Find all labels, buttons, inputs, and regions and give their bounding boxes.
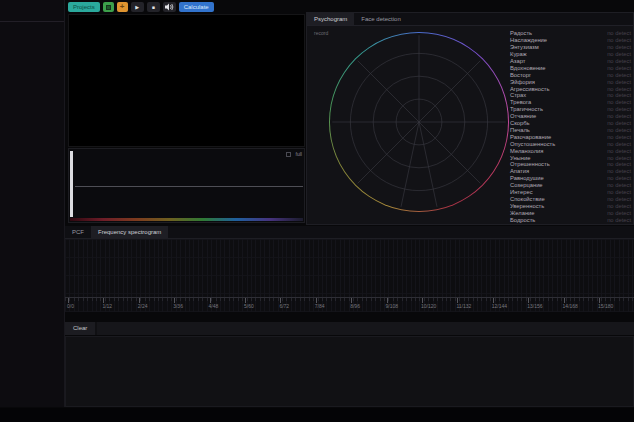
emotion-row: Наслаждениеno detect xyxy=(510,37,631,44)
emotion-row: Куражno detect xyxy=(510,51,631,58)
calculate-button[interactable]: Calculate xyxy=(179,2,214,12)
emotion-name: Восторг xyxy=(510,72,531,78)
emotion-row: Трагичностьno detect xyxy=(510,106,631,113)
time-tick-label: 6/72 xyxy=(279,303,289,309)
tab-frequency-spectrogram[interactable]: Frequency spectrogram xyxy=(91,226,168,238)
emotion-row: Азартno detect xyxy=(510,58,631,65)
sidebar-header xyxy=(0,0,64,22)
projects-button[interactable]: Projects xyxy=(68,2,100,12)
play-button[interactable]: ▶ xyxy=(131,2,144,12)
emotion-value: no detect xyxy=(607,217,631,223)
clear-row: Clear xyxy=(65,322,634,335)
emotion-name: Энтузиазм xyxy=(510,44,539,50)
waveform-midline xyxy=(75,186,303,187)
time-tick-label: 4/48 xyxy=(209,303,219,309)
load-button[interactable] xyxy=(103,2,114,12)
emotion-row: Бодростьno detect xyxy=(510,216,631,223)
emotion-row: Уныниеno detect xyxy=(510,154,631,161)
emotion-value: no detect xyxy=(607,86,631,92)
emotion-value: no detect xyxy=(607,120,631,126)
waveform-panel: full xyxy=(68,148,305,223)
add-button[interactable]: + xyxy=(117,2,128,12)
emotion-list: Радостьno detectНаслаждениеno detectЭнту… xyxy=(510,30,631,223)
emotion-name: Скорбь xyxy=(510,120,530,126)
emotion-value: no detect xyxy=(607,58,631,64)
playhead[interactable] xyxy=(70,151,73,217)
clear-strip xyxy=(97,322,634,335)
emotion-value: no detect xyxy=(607,203,631,209)
taskbar-strip xyxy=(0,408,634,422)
emotion-value: no detect xyxy=(607,92,631,98)
emotion-row: Скорбьno detect xyxy=(510,120,631,127)
emotion-name: Отчаяние xyxy=(510,113,536,119)
time-tick-label: 15/180 xyxy=(598,303,613,309)
emotion-name: Страх xyxy=(510,92,526,98)
emotion-row: Эйфорияno detect xyxy=(510,78,631,85)
clear-button[interactable]: Clear xyxy=(65,322,95,335)
time-tick-label: 12/144 xyxy=(492,303,507,309)
psychogram-panel: Psychogram Face detection record Радость… xyxy=(306,12,634,225)
tab-psychogram[interactable]: Psychogram xyxy=(307,13,354,25)
tab-pcf[interactable]: PCF xyxy=(65,226,91,238)
spectrum-strip xyxy=(70,218,303,221)
emotion-name: Агрессивность xyxy=(510,86,550,92)
psychogram-grid xyxy=(329,32,509,212)
emotion-value: no detect xyxy=(607,168,631,174)
emotion-name: Радость xyxy=(510,30,532,36)
video-preview xyxy=(68,14,305,147)
time-tick-label: 0/0 xyxy=(67,303,74,309)
emotion-row: Желаниеno detect xyxy=(510,210,631,217)
emotion-value: no detect xyxy=(607,196,631,202)
full-checkbox[interactable] xyxy=(286,152,291,157)
emotion-row: Интересno detect xyxy=(510,189,631,196)
emotion-row: Апатияno detect xyxy=(510,168,631,175)
emotion-name: Наслаждение xyxy=(510,37,547,43)
emotion-name: Разочарование xyxy=(510,134,551,140)
emotion-name: Тревога xyxy=(510,99,531,105)
emotion-row: Уверенностьno detect xyxy=(510,203,631,210)
emotion-value: no detect xyxy=(607,99,631,105)
emotion-name: Уверенность xyxy=(510,203,544,209)
emotion-value: no detect xyxy=(607,141,631,147)
emotion-value: no detect xyxy=(607,210,631,216)
emotion-row: Разочарованиеno detect xyxy=(510,134,631,141)
emotion-row: Отчаяниеno detect xyxy=(510,113,631,120)
emotion-row: Спокойствиеno detect xyxy=(510,196,631,203)
spectrogram-panel: 0/01/122/243/364/485/606/727/848/969/108… xyxy=(65,239,634,312)
emotion-value: no detect xyxy=(607,51,631,57)
emotion-name: Уныние xyxy=(510,155,530,161)
emotion-row: Меланхолияno detect xyxy=(510,147,631,154)
emotion-value: no detect xyxy=(607,189,631,195)
emotion-row: Созерцаниеno detect xyxy=(510,182,631,189)
full-checkbox-label: full xyxy=(296,151,302,157)
emotion-value: no detect xyxy=(607,65,631,71)
toolbar: Projects + ▶ ■ Calculate xyxy=(68,1,214,13)
time-tick-label: 11/132 xyxy=(456,303,471,309)
emotion-row: Вдохновениеno detect xyxy=(510,65,631,72)
emotion-value: no detect xyxy=(607,106,631,112)
time-tick-label: 14/168 xyxy=(563,303,578,309)
emotion-row: Печальno detect xyxy=(510,127,631,134)
emotion-name: Опустошенность xyxy=(510,141,555,147)
emotion-name: Меланхолия xyxy=(510,148,543,154)
emotion-row: Равнодушиеno detect xyxy=(510,175,631,182)
tab-face-detection[interactable]: Face detection xyxy=(354,13,407,25)
plus-icon: + xyxy=(120,3,125,11)
emotion-name: Печаль xyxy=(510,127,530,133)
emotion-row: Страхno detect xyxy=(510,92,631,99)
volume-button[interactable] xyxy=(163,2,176,12)
emotion-row: Энтузиазмno detect xyxy=(510,44,631,51)
bottom-tabbar: PCF Frequency spectrogram xyxy=(65,226,634,239)
emotion-name: Отрешенность xyxy=(510,161,550,167)
emotion-name: Интерес xyxy=(510,189,533,195)
emotion-row: Агрессивностьno detect xyxy=(510,85,631,92)
emotion-row: Тревогаno detect xyxy=(510,99,631,106)
square-icon xyxy=(106,5,111,10)
stop-button[interactable]: ■ xyxy=(147,2,160,12)
emotion-value: no detect xyxy=(607,72,631,78)
emotion-row: Опустошенностьno detect xyxy=(510,141,631,148)
emotion-name: Вдохновение xyxy=(510,65,546,71)
emotion-name: Апатия xyxy=(510,168,529,174)
emotion-value: no detect xyxy=(607,127,631,133)
emotion-value: no detect xyxy=(607,79,631,85)
